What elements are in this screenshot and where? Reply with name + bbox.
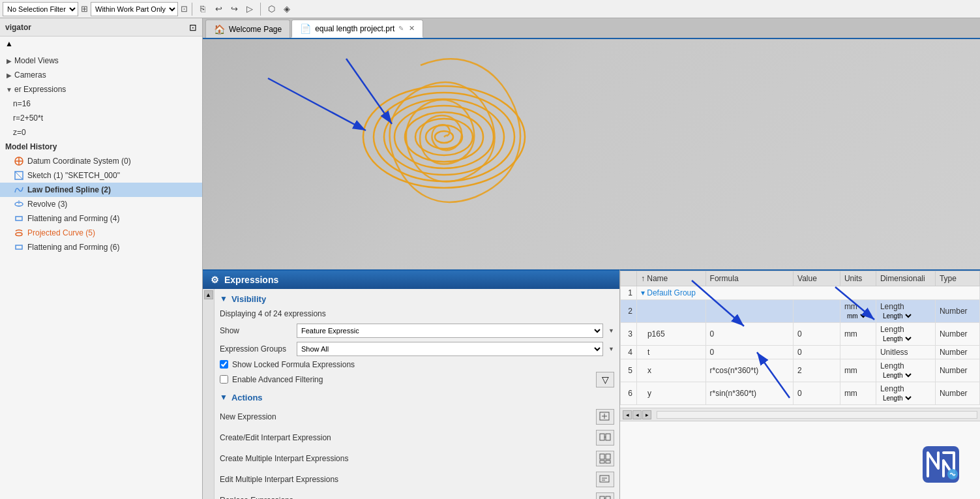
scroll-left-btn[interactable]: ◂ — [623, 410, 632, 419]
row-name[interactable]: y — [636, 382, 705, 404]
row-formula[interactable]: r*sin(n*360*t) — [705, 382, 794, 404]
action-create-edit-interpart[interactable]: Create/Edit Interpart Expression — [220, 429, 614, 447]
row-formula[interactable]: 0 — [705, 345, 794, 359]
sidebar-item-law-spline[interactable]: Law Defined Spline (2) — [0, 183, 202, 197]
dimensionality-select[interactable]: Length — [880, 394, 913, 402]
sidebar-item-flatten1[interactable]: Flattening and Forming (4) — [0, 211, 202, 226]
row-name[interactable] — [636, 299, 705, 322]
navigator-maximize-icon[interactable]: ⊡ — [189, 22, 197, 33]
row-formula[interactable] — [705, 299, 794, 322]
action-new-expression[interactable]: New Expression — [220, 408, 614, 426]
tab-close-button[interactable]: ✕ — [409, 24, 415, 33]
toolbar-icon-4[interactable]: ↩ — [212, 3, 225, 16]
toolbar-icon-8[interactable]: ◈ — [280, 3, 293, 16]
row-dimensionality: Length Length — [876, 359, 935, 382]
sidebar-item-cameras[interactable]: ▶ Cameras — [0, 68, 202, 82]
row-number: 4 — [621, 345, 637, 359]
expressions-left-scrollbar[interactable]: ▲ ▼ — [203, 289, 215, 500]
datum-cs-icon — [13, 155, 25, 167]
sidebar-item-projected[interactable]: Projected Curve (5) — [0, 226, 202, 240]
units-select[interactable]: mm — [844, 312, 869, 320]
tab-project[interactable]: 📄 equal length project.prt ✎ ✕ — [291, 20, 423, 38]
toolbar-icon-6[interactable]: ▷ — [243, 3, 256, 16]
dimensionality-select[interactable]: Length — [880, 312, 913, 320]
row-value[interactable] — [794, 299, 840, 322]
create-multiple-icon[interactable] — [596, 451, 614, 466]
edit-multiple-icon[interactable] — [596, 472, 614, 487]
scroll-up-btn[interactable]: ▲ — [204, 290, 213, 299]
row-value[interactable]: 0 — [794, 345, 840, 359]
tab-welcome[interactable]: 🏠 Welcome Page — [205, 20, 290, 38]
row-name[interactable]: ▾ Default Group — [636, 286, 979, 299]
row-formula[interactable]: r*cos(n*360*t) — [705, 359, 794, 382]
toolbar-icon-3[interactable]: ⎘ — [196, 3, 209, 16]
row-units: mm — [840, 382, 876, 404]
row-name[interactable]: t — [636, 345, 705, 359]
visibility-section-header[interactable]: ▼ Visibility — [220, 294, 614, 304]
col-value[interactable]: Value — [794, 271, 840, 286]
svg-rect-30 — [606, 461, 610, 463]
action-edit-multiple-interpart[interactable]: Edit Multiple Interpart Expressions — [220, 470, 614, 489]
table-row[interactable]: 5 x r*cos(n*360*t) 2 mm Length Length Nu… — [621, 359, 980, 382]
enable-advanced-checkbox[interactable] — [220, 375, 228, 384]
hscroll-track[interactable] — [657, 411, 977, 419]
sidebar-item-model-views[interactable]: ▶ Model Views — [0, 53, 202, 68]
groups-select[interactable]: Show All — [297, 342, 603, 356]
col-dimensionality[interactable]: Dimensionali — [876, 271, 935, 286]
dimensionality-select[interactable]: Length — [880, 371, 913, 380]
table-row[interactable]: 2 mm mm Length Length — [621, 299, 980, 322]
expressions-table: ↑ Name Formula Value Units Dimensionali … — [620, 271, 980, 405]
col-type[interactable]: Type — [935, 271, 979, 286]
table-row[interactable]: 3 p165 0 0 mm Length Length Number — [621, 322, 980, 345]
table-row[interactable]: 4 t 0 0 Unitless Number — [621, 345, 980, 359]
table-row[interactable]: 1 ▾ Default Group — [621, 286, 980, 299]
sidebar-item-expr-n[interactable]: n=16 — [0, 97, 202, 111]
sidebar-item-user-expressions[interactable]: ▼ er Expressions — [0, 82, 202, 97]
dimensionality-select[interactable]: Length — [880, 335, 913, 343]
table-row[interactable]: 6 y r*sin(n*360*t) 0 mm Length Length Nu… — [621, 382, 980, 404]
action-create-multiple-interpart[interactable]: Create Multiple Interpart Expressions — [220, 449, 614, 468]
work-part-select[interactable]: Within Work Part Only — [91, 2, 178, 16]
col-units[interactable]: Units — [840, 271, 876, 286]
show-select[interactable]: Feature Expressic — [297, 324, 603, 338]
col-name[interactable]: ↑ Name — [636, 271, 705, 286]
filter-icon-button[interactable]: ▽ — [596, 372, 614, 387]
row-name[interactable]: x — [636, 359, 705, 382]
sidebar-item-expr-r[interactable]: r=2+50*t — [0, 111, 202, 125]
action-replace-expressions[interactable]: Replace Expressions — [220, 491, 614, 500]
sidebar-item-datum-cs[interactable]: Datum Coordinate System (0) — [0, 154, 202, 168]
toolbar-icon-5[interactable]: ↪ — [228, 3, 241, 16]
navigator-collapse-row[interactable]: ▲ — [0, 37, 202, 51]
new-expr-icon[interactable] — [596, 409, 614, 425]
sidebar-item-expr-z[interactable]: z=0 — [0, 125, 202, 140]
row-value[interactable]: 0 — [794, 382, 840, 404]
col-formula[interactable]: Formula — [705, 271, 794, 286]
toolbar-icon-7[interactable]: ⬡ — [265, 3, 278, 16]
sidebar-item-sketch[interactable]: Sketch (1) "SKETCH_000" — [0, 168, 202, 183]
scroll-left2-btn[interactable]: ◂ — [632, 410, 642, 419]
expand-icon: ▶ — [5, 57, 13, 65]
scroll-right-btn[interactable]: ▸ — [642, 410, 651, 419]
enable-advanced-label: Enable Advanced Filtering — [232, 375, 323, 384]
show-locked-checkbox[interactable] — [220, 360, 228, 369]
visibility-arrow-icon: ▼ — [220, 294, 228, 303]
row-value[interactable]: 0 — [794, 322, 840, 345]
row-formula[interactable]: 0 — [705, 322, 794, 345]
row-value[interactable]: 2 — [794, 359, 840, 382]
show-locked-label: Show Locked Formula Expressions — [232, 360, 355, 369]
3d-viewport[interactable]: /* generated in CSS */ — [203, 39, 980, 269]
actions-section-header[interactable]: ▼ Actions — [220, 393, 614, 402]
navigator-title: vigator — [5, 23, 31, 32]
selection-filter-select[interactable]: No Selection Filter — [3, 2, 78, 16]
create-edit-icon[interactable] — [596, 430, 614, 446]
sidebar-item-revolve[interactable]: Revolve (3) — [0, 197, 202, 211]
row-name[interactable]: p165 — [636, 322, 705, 345]
sidebar-item-flatten2[interactable]: Flattening and Forming (6) — [0, 240, 202, 254]
nav-item-label: Model Views — [14, 56, 59, 65]
actions-arrow-icon: ▼ — [220, 393, 228, 402]
replace-expr-icon[interactable] — [596, 492, 614, 500]
gear-icon: ⚙ — [211, 275, 219, 285]
table-hscrollbar[interactable]: ◂ ◂ ▸ — [620, 408, 980, 421]
expand-icon: ▼ — [5, 85, 13, 93]
expressions-panel-title: Expressions — [224, 275, 278, 285]
